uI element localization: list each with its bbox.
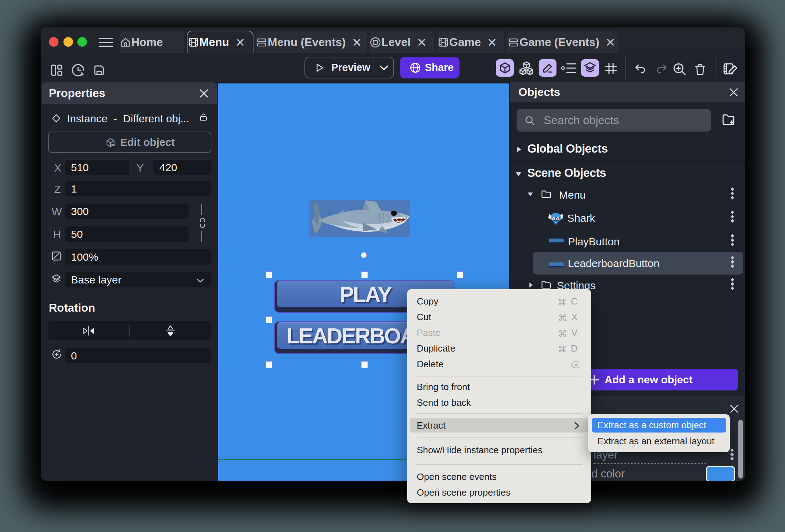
svg-text:2D: 2D [111, 143, 116, 147]
